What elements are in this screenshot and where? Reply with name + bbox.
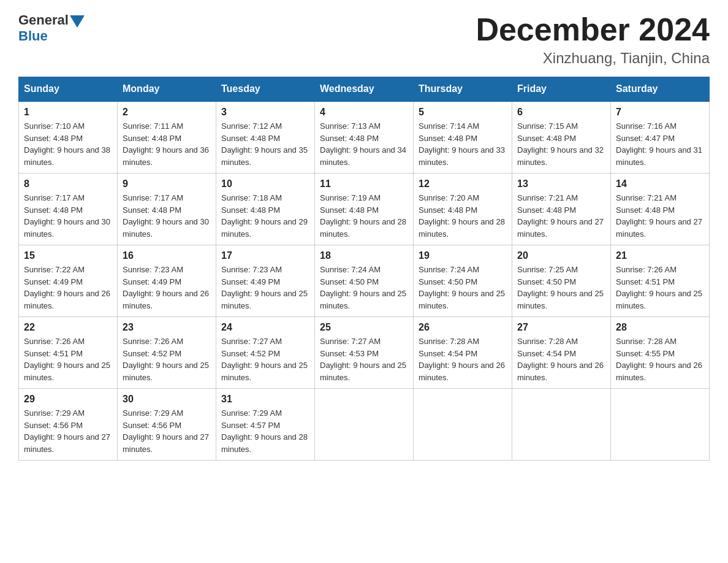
day-info: Sunrise: 7:29 AMSunset: 4:57 PMDaylight:… [221,407,309,455]
day-info: Sunrise: 7:11 AMSunset: 4:48 PMDaylight:… [123,120,211,168]
calendar-cell: 21Sunrise: 7:26 AMSunset: 4:51 PMDayligh… [611,245,710,317]
day-info: Sunrise: 7:24 AMSunset: 4:50 PMDaylight:… [419,264,507,312]
weekday-header-tuesday: Tuesday [216,77,315,102]
calendar-cell: 8Sunrise: 7:17 AMSunset: 4:48 PMDaylight… [19,174,118,245]
weekday-header-thursday: Thursday [414,77,512,102]
calendar-cell: 20Sunrise: 7:25 AMSunset: 4:50 PMDayligh… [512,245,611,317]
day-info: Sunrise: 7:25 AMSunset: 4:50 PMDaylight:… [517,264,605,312]
page-header: General Blue December 2024 Xinzhuang, Ti… [18,12,710,67]
day-info: Sunrise: 7:28 AMSunset: 4:54 PMDaylight:… [419,335,507,383]
day-number: 13 [517,178,605,190]
day-number: 27 [517,322,605,333]
calendar-week-row: 22Sunrise: 7:26 AMSunset: 4:51 PMDayligh… [19,317,710,389]
calendar-cell: 19Sunrise: 7:24 AMSunset: 4:50 PMDayligh… [414,245,512,317]
calendar-cell: 2Sunrise: 7:11 AMSunset: 4:48 PMDaylight… [118,101,216,174]
calendar-cell: 13Sunrise: 7:21 AMSunset: 4:48 PMDayligh… [512,174,611,245]
weekday-header-monday: Monday [118,77,216,102]
day-info: Sunrise: 7:21 AMSunset: 4:48 PMDaylight:… [616,192,704,240]
month-title: December 2024 [476,12,710,47]
day-number: 3 [221,107,309,118]
calendar-cell: 12Sunrise: 7:20 AMSunset: 4:48 PMDayligh… [414,174,512,245]
day-info: Sunrise: 7:16 AMSunset: 4:47 PMDaylight:… [616,120,704,168]
day-number: 23 [123,322,211,333]
calendar-cell [414,389,512,461]
day-number: 12 [419,178,507,190]
calendar-cell: 22Sunrise: 7:26 AMSunset: 4:51 PMDayligh… [19,317,118,389]
day-info: Sunrise: 7:26 AMSunset: 4:51 PMDaylight:… [24,335,112,383]
calendar-cell: 16Sunrise: 7:23 AMSunset: 4:49 PMDayligh… [118,245,216,317]
calendar-cell: 4Sunrise: 7:13 AMSunset: 4:48 PMDaylight… [315,101,414,174]
day-info: Sunrise: 7:21 AMSunset: 4:48 PMDaylight:… [517,192,605,240]
day-info: Sunrise: 7:10 AMSunset: 4:48 PMDaylight:… [24,120,112,168]
calendar-cell: 31Sunrise: 7:29 AMSunset: 4:57 PMDayligh… [216,389,315,461]
day-info: Sunrise: 7:20 AMSunset: 4:48 PMDaylight:… [419,192,507,240]
calendar-week-row: 29Sunrise: 7:29 AMSunset: 4:56 PMDayligh… [19,389,710,461]
day-number: 10 [221,178,309,190]
weekday-header-friday: Friday [512,77,611,102]
day-number: 25 [320,322,408,333]
day-number: 18 [320,250,408,261]
weekday-header-sunday: Sunday [19,77,118,102]
calendar-cell: 17Sunrise: 7:23 AMSunset: 4:49 PMDayligh… [216,245,315,317]
calendar-cell: 3Sunrise: 7:12 AMSunset: 4:48 PMDaylight… [216,101,315,174]
day-number: 4 [320,107,408,118]
calendar-cell: 7Sunrise: 7:16 AMSunset: 4:47 PMDaylight… [611,101,710,174]
day-number: 29 [24,394,112,405]
calendar-cell: 23Sunrise: 7:26 AMSunset: 4:52 PMDayligh… [118,317,216,389]
calendar-week-row: 1Sunrise: 7:10 AMSunset: 4:48 PMDaylight… [19,101,710,174]
day-info: Sunrise: 7:17 AMSunset: 4:48 PMDaylight:… [24,192,112,240]
calendar-week-row: 8Sunrise: 7:17 AMSunset: 4:48 PMDaylight… [19,174,710,245]
calendar-week-row: 15Sunrise: 7:22 AMSunset: 4:49 PMDayligh… [19,245,710,317]
day-number: 11 [320,178,408,190]
calendar-table: SundayMondayTuesdayWednesdayThursdayFrid… [18,77,710,461]
day-info: Sunrise: 7:28 AMSunset: 4:54 PMDaylight:… [517,335,605,383]
calendar-cell: 29Sunrise: 7:29 AMSunset: 4:56 PMDayligh… [19,389,118,461]
calendar-cell: 24Sunrise: 7:27 AMSunset: 4:52 PMDayligh… [216,317,315,389]
logo-general-text: General [18,12,69,28]
day-info: Sunrise: 7:15 AMSunset: 4:48 PMDaylight:… [517,120,605,168]
day-number: 16 [123,250,211,261]
day-number: 21 [616,250,704,261]
calendar-cell: 27Sunrise: 7:28 AMSunset: 4:54 PMDayligh… [512,317,611,389]
day-info: Sunrise: 7:26 AMSunset: 4:51 PMDaylight:… [616,264,704,312]
day-info: Sunrise: 7:14 AMSunset: 4:48 PMDaylight:… [419,120,507,168]
calendar-cell: 15Sunrise: 7:22 AMSunset: 4:49 PMDayligh… [19,245,118,317]
day-number: 26 [419,322,507,333]
logo: General Blue [18,12,85,44]
day-number: 7 [616,107,704,118]
calendar-cell: 18Sunrise: 7:24 AMSunset: 4:50 PMDayligh… [315,245,414,317]
day-info: Sunrise: 7:17 AMSunset: 4:48 PMDaylight:… [123,192,211,240]
day-info: Sunrise: 7:24 AMSunset: 4:50 PMDaylight:… [320,264,408,312]
day-number: 20 [517,250,605,261]
calendar-cell: 28Sunrise: 7:28 AMSunset: 4:55 PMDayligh… [611,317,710,389]
day-info: Sunrise: 7:28 AMSunset: 4:55 PMDaylight:… [616,335,704,383]
day-info: Sunrise: 7:19 AMSunset: 4:48 PMDaylight:… [320,192,408,240]
calendar-cell: 26Sunrise: 7:28 AMSunset: 4:54 PMDayligh… [414,317,512,389]
logo-blue-text: Blue [18,28,48,44]
day-info: Sunrise: 7:26 AMSunset: 4:52 PMDaylight:… [123,335,211,383]
calendar-cell [315,389,414,461]
day-number: 15 [24,250,112,261]
day-number: 2 [123,107,211,118]
calendar-cell [611,389,710,461]
day-number: 30 [123,394,211,405]
calendar-cell: 1Sunrise: 7:10 AMSunset: 4:48 PMDaylight… [19,101,118,174]
day-info: Sunrise: 7:22 AMSunset: 4:49 PMDaylight:… [24,264,112,312]
day-number: 31 [221,394,309,405]
calendar-cell [512,389,611,461]
day-number: 24 [221,322,309,333]
day-info: Sunrise: 7:12 AMSunset: 4:48 PMDaylight:… [221,120,309,168]
calendar-cell: 6Sunrise: 7:15 AMSunset: 4:48 PMDaylight… [512,101,611,174]
day-info: Sunrise: 7:27 AMSunset: 4:52 PMDaylight:… [221,335,309,383]
calendar-cell: 30Sunrise: 7:29 AMSunset: 4:56 PMDayligh… [118,389,216,461]
calendar-cell: 14Sunrise: 7:21 AMSunset: 4:48 PMDayligh… [611,174,710,245]
day-number: 14 [616,178,704,190]
day-number: 22 [24,322,112,333]
day-info: Sunrise: 7:18 AMSunset: 4:48 PMDaylight:… [221,192,309,240]
calendar-cell: 9Sunrise: 7:17 AMSunset: 4:48 PMDaylight… [118,174,216,245]
day-number: 17 [221,250,309,261]
day-number: 5 [419,107,507,118]
day-number: 28 [616,322,704,333]
weekday-header-wednesday: Wednesday [315,77,414,102]
location-title: Xinzhuang, Tianjin, China [476,50,710,67]
